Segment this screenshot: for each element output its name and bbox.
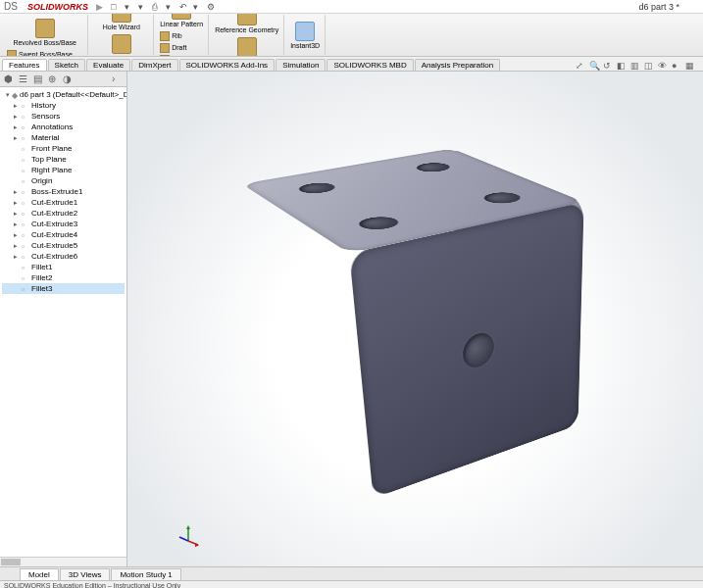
plane-icon: ▫ — [22, 145, 29, 153]
tree-item[interactable]: ▸▫Cut-Extrude3 — [2, 219, 125, 229]
save-icon[interactable]: ▾ — [138, 2, 148, 12]
options-icon[interactable]: ▾ — [166, 2, 176, 12]
tree-item[interactable]: ▫Right Plane — [2, 165, 125, 175]
tree-item[interactable]: ▫Fillet3 — [2, 283, 125, 294]
tree-item[interactable]: ▫Origin — [2, 175, 125, 186]
tab-dimxpert[interactable]: DimXpert — [131, 59, 177, 71]
expand-icon[interactable]: ▸ — [14, 188, 20, 196]
expand-icon[interactable]: ▸ — [14, 231, 20, 239]
tree-item[interactable]: ▸▫Cut-Extrude6 — [2, 251, 125, 262]
expand-icon[interactable]: ▸ — [14, 210, 20, 218]
tree-item-label: Front Plane — [31, 144, 72, 153]
linear-pattern-button[interactable]: Linear Pattern — [158, 14, 205, 28]
tree-root[interactable]: ▾ ◆ d6 part 3 (Default<<Default>_Display — [2, 89, 125, 100]
orientation-triad[interactable] — [176, 523, 200, 547]
tab-solidworks-add-ins[interactable]: SOLIDWORKS Add-Ins — [179, 59, 276, 71]
expand-icon[interactable]: ▸ — [14, 134, 20, 142]
tree-item-label: Material — [31, 133, 59, 142]
view-orientation-icon[interactable]: ▥ — [630, 61, 640, 71]
part-icon: ◆ — [12, 91, 18, 99]
tree-item[interactable]: ▫Fillet1 — [2, 262, 125, 272]
annot-icon: ▫ — [22, 123, 29, 131]
expand-icon[interactable]: ▸ — [14, 253, 20, 261]
scene-icon[interactable]: ▦ — [685, 61, 695, 71]
bottom-tabs: Model3D ViewsMotion Study 1 — [0, 566, 703, 580]
bottom-tab-3d-views[interactable]: 3D Views — [60, 568, 111, 580]
extruded-boss-button[interactable]: Extruded Boss/Base — [5, 14, 84, 16]
bottom-tab-motion-study-1[interactable]: Motion Study 1 — [111, 568, 180, 580]
dimxpert-tab-icon[interactable]: ⊕ — [48, 74, 59, 84]
tree-item[interactable]: ▸▫Cut-Extrude5 — [2, 240, 125, 251]
undo-icon[interactable]: ↶ — [179, 2, 189, 12]
section-view-icon[interactable]: ◧ — [617, 61, 627, 71]
print-icon[interactable]: ⎙ — [152, 2, 162, 12]
revolved-cut-button[interactable]: Revolved Cut — [92, 33, 150, 58]
tree-item[interactable]: ▸▫Annotations — [2, 122, 125, 132]
dice-model[interactable] — [290, 173, 515, 445]
tree-item-label: Cut-Extrude5 — [31, 241, 77, 250]
revolved-boss-button[interactable]: Revolved Boss/Base — [5, 18, 84, 47]
app-logo: SOLIDWORKS — [27, 2, 88, 12]
expand-icon[interactable]: ▾ — [6, 91, 10, 99]
tree-item[interactable]: ▸▫Cut-Extrude1 — [2, 197, 125, 208]
tab-evaluate[interactable]: Evaluate — [86, 59, 130, 71]
hole-wizard-button[interactable]: Hole Wizard — [92, 14, 150, 31]
cut-icon: ▫ — [22, 199, 29, 207]
display-style-icon[interactable]: ◫ — [644, 61, 654, 71]
tab-analysis-preparation[interactable]: Analysis Preparation — [415, 59, 500, 71]
zoom-area-icon[interactable]: 🔍 — [589, 61, 599, 71]
tab-sketch[interactable]: Sketch — [48, 59, 85, 71]
document-title: d6 part 3 * — [638, 2, 679, 12]
tree-item[interactable]: ▫Front Plane — [2, 143, 125, 154]
expand-icon[interactable]: ▸ — [14, 113, 20, 121]
swept-boss-button[interactable]: Swept Boss/Base — [5, 49, 84, 58]
curves-button[interactable]: Curves — [213, 36, 280, 58]
redo-icon[interactable]: ▾ — [193, 2, 203, 12]
expand-icon[interactable]: ▸ — [14, 199, 20, 207]
open-icon[interactable]: ▾ — [125, 2, 134, 12]
expand-icon[interactable]: › — [112, 74, 123, 84]
expand-menu-icon[interactable]: ▶ — [96, 2, 103, 12]
config-tab-icon[interactable]: ▤ — [33, 74, 44, 84]
tab-solidworks-mbd[interactable]: SOLIDWORKS MBD — [326, 59, 413, 71]
zoom-fit-icon[interactable]: ⤢ — [576, 61, 585, 71]
draft-button[interactable]: Draft — [158, 42, 205, 54]
feature-tree[interactable]: ▾ ◆ d6 part 3 (Default<<Default>_Display… — [0, 87, 126, 557]
graphics-viewport[interactable] — [127, 72, 703, 566]
expand-icon[interactable]: ▸ — [14, 123, 20, 131]
bottom-tab-model[interactable]: Model — [20, 568, 59, 580]
appearance-icon[interactable]: ● — [672, 61, 681, 71]
instant3d-button[interactable]: Instant3D — [288, 21, 322, 50]
tree-item[interactable]: ▸▫Sensors — [2, 111, 125, 122]
property-tab-icon[interactable]: ☰ — [19, 74, 29, 84]
fillet-icon: ▫ — [22, 285, 29, 293]
tree-item[interactable]: ▸▫History — [2, 100, 125, 111]
feature-tree-tab-icon[interactable]: ⬢ — [4, 74, 15, 84]
tree-item[interactable]: ▸▫Cut-Extrude2 — [2, 208, 125, 219]
tree-item[interactable]: ▫Fillet2 — [2, 272, 125, 283]
tab-features[interactable]: Features — [2, 59, 47, 71]
tree-item[interactable]: ▸▫Boss-Extrude1 — [2, 186, 125, 197]
tree-item[interactable]: ▸▫Material — [2, 132, 125, 143]
expand-icon[interactable]: ▸ — [14, 220, 20, 228]
reference-geometry-button[interactable]: Reference Geometry — [213, 14, 280, 34]
horizontal-scrollbar[interactable] — [0, 557, 126, 566]
ext-icon: ▫ — [22, 188, 29, 196]
new-icon[interactable]: □ — [111, 2, 121, 12]
tab-simulation[interactable]: Simulation — [276, 59, 326, 71]
prev-view-icon[interactable]: ↺ — [603, 61, 613, 71]
expand-icon[interactable]: ▸ — [14, 102, 20, 110]
tree-item[interactable]: ▫Top Plane — [2, 154, 125, 165]
heads-up-view-toolbar: ⤢ 🔍 ↺ ◧ ▥ ◫ 👁 ● ▦ — [576, 61, 703, 71]
cut-icon: ▫ — [22, 220, 29, 228]
rib-button[interactable]: Rib — [158, 30, 205, 42]
hide-show-icon[interactable]: 👁 — [658, 61, 668, 71]
display-tab-icon[interactable]: ◑ — [63, 74, 74, 84]
expand-icon[interactable]: ▸ — [14, 242, 20, 250]
tree-item-label: History — [31, 101, 56, 110]
svg-marker-4 — [195, 543, 199, 547]
rebuild-icon[interactable]: ⚙ — [207, 2, 217, 12]
title-bar: DS SOLIDWORKS ▶ □ ▾ ▾ ⎙ ▾ ↶ ▾ ⚙ d6 part … — [0, 0, 703, 14]
tree-item[interactable]: ▸▫Cut-Extrude4 — [2, 229, 125, 240]
cut-icon: ▫ — [22, 210, 29, 218]
